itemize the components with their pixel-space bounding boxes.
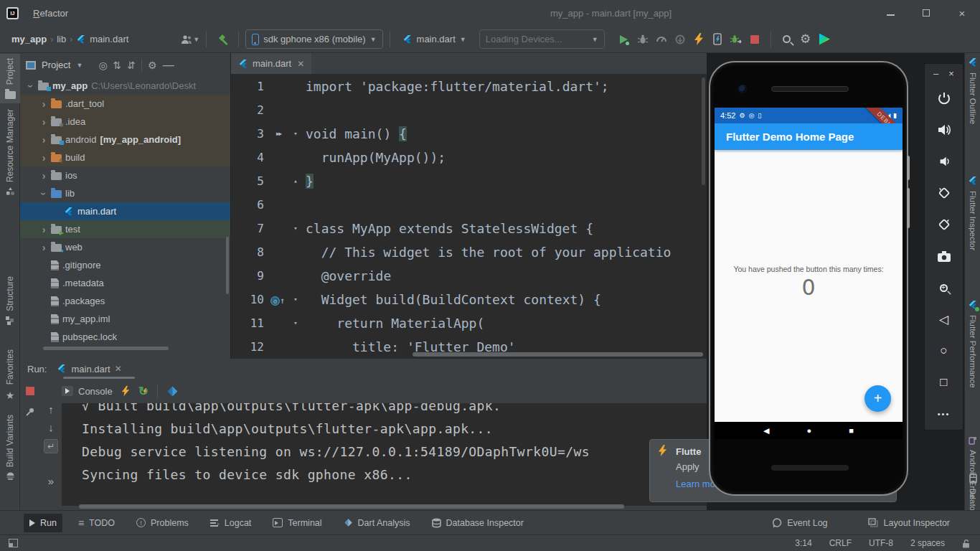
tree-item-.packages[interactable]: .packages: [20, 292, 230, 310]
project-panel-title[interactable]: Project: [42, 60, 70, 70]
run-tab-main-dart[interactable]: main.dart ✕: [54, 359, 124, 379]
tool-strip-resource-manager[interactable]: Resource Manager: [0, 109, 20, 197]
console-tab[interactable]: Console: [62, 386, 113, 397]
nav-overview-button[interactable]: ■: [849, 426, 854, 435]
fold-marker-icon[interactable]: ▾: [290, 122, 301, 146]
tree-item-main.dart[interactable]: main.dart: [20, 202, 230, 220]
tool-tab-event-log[interactable]: Event Log: [766, 514, 833, 532]
scroll-up-button[interactable]: ↑: [48, 403, 54, 415]
fold-marker-icon[interactable]: ▴: [290, 169, 301, 193]
emu-camera-button[interactable]: [937, 240, 951, 272]
tree-item-my_app.iml[interactable]: my_app.iml: [20, 310, 230, 328]
tool-strip-structure[interactable]: Structure: [0, 276, 20, 325]
emu-rotate-right-button[interactable]: [937, 209, 951, 240]
soft-wrap-button[interactable]: ↵: [44, 439, 58, 453]
emu-more-button[interactable]: •••: [937, 398, 951, 430]
menu-refactor[interactable]: Refactor: [26, 0, 77, 26]
emu-overview-button[interactable]: □: [937, 367, 951, 398]
expand-all-button[interactable]: ⇅: [113, 60, 122, 71]
code-area[interactable]: 1import 'package:flutter/material.dart';…: [231, 75, 707, 359]
tool-strip-project[interactable]: Project: [0, 54, 20, 103]
tree-item-build[interactable]: ›⚙build: [20, 149, 230, 166]
breadcrumb-project[interactable]: my_app: [11, 34, 47, 44]
fold-marker-icon[interactable]: ▾: [290, 217, 301, 240]
override-marker-icon[interactable]: o↑: [268, 288, 287, 313]
expand-gutter-button[interactable]: »: [48, 475, 54, 487]
apply-changes-button[interactable]: [708, 30, 727, 49]
device-selector[interactable]: sdk gphone x86 (mobile) ▼: [245, 29, 382, 49]
close-window-button[interactable]: ×: [944, 0, 980, 26]
tool-tab-database-inspector[interactable]: Database Inspector: [426, 514, 529, 532]
device-screen[interactable]: 4:52 ⚙ ◎ ▯ ▼ ◢ ▮ DEBUG Flutter Demo Home…: [715, 108, 903, 439]
hot-restart-icon[interactable]: ↻: [138, 384, 149, 399]
close-tab-icon[interactable]: ✕: [115, 364, 122, 374]
fold-marker-icon[interactable]: ▾: [290, 311, 301, 335]
tool-tab-run[interactable]: Run: [24, 514, 62, 532]
console-output[interactable]: √ Built build\app\outputs\flutter-apk\ap…: [62, 403, 707, 506]
minimize-window-button[interactable]: [872, 0, 908, 26]
editor-tab-main-dart[interactable]: main.dart ✕: [231, 53, 311, 74]
locate-file-button[interactable]: ◎: [98, 60, 107, 71]
tree-item-lib[interactable]: ›lib: [20, 184, 230, 202]
tree-item-my_app[interactable]: ›my_app C:\Users\Leonardo\Deskt: [20, 77, 230, 95]
build-project-button[interactable]: [213, 30, 232, 49]
emu-rotate-left-button[interactable]: [937, 177, 951, 209]
tree-item-.idea[interactable]: ›✱.idea: [20, 113, 230, 131]
tool-window-toggle-icon[interactable]: [9, 539, 18, 547]
tool-strip-build-variants[interactable]: Build Variants: [0, 415, 20, 480]
stop-process-button[interactable]: [26, 387, 34, 395]
settings-button[interactable]: ⚙: [796, 30, 815, 49]
tool-strip-flutter-inspector[interactable]: Flutter Inspector: [965, 176, 980, 250]
hide-panel-button[interactable]: —: [163, 59, 174, 72]
tree-item-test[interactable]: ›▶test: [20, 220, 230, 238]
tool-strip-favorites[interactable]: Favorites★: [0, 349, 20, 401]
hot-reload-button[interactable]: [689, 30, 708, 49]
nav-home-button[interactable]: ●: [807, 426, 812, 435]
pin-icon[interactable]: [25, 407, 35, 417]
indent-setting[interactable]: 2 spaces: [910, 538, 945, 548]
profile-button[interactable]: [652, 30, 671, 49]
dart-devtools-icon[interactable]: [166, 385, 179, 397]
emu-home-button[interactable]: ○: [937, 335, 951, 367]
chevron-icon[interactable]: ›: [40, 98, 47, 110]
flutter-device-selector[interactable]: Loading Devices... ▼: [479, 29, 605, 49]
vcs-users-button[interactable]: ▼: [180, 30, 199, 49]
run-anything-button[interactable]: [815, 30, 834, 49]
line-ending[interactable]: CRLF: [829, 538, 852, 548]
chevron-down-icon[interactable]: ▼: [76, 62, 83, 69]
run-button[interactable]: [615, 30, 633, 49]
tree-item-web[interactable]: ›●web: [20, 238, 230, 256]
chevron-icon[interactable]: ›: [40, 224, 47, 235]
tool-tab-dart-analysis[interactable]: Dart Analysis: [338, 514, 416, 532]
tool-strip-flutter-performance[interactable]: Flutter Performance: [965, 300, 980, 388]
emu-back-button[interactable]: ◁: [937, 303, 951, 335]
vertical-scrollbar[interactable]: [226, 237, 229, 294]
scroll-down-button[interactable]: ↓: [48, 421, 54, 433]
hot-reload-icon[interactable]: [121, 385, 130, 397]
emu-volume-down-button[interactable]: [937, 146, 951, 177]
tool-strip-flutter-outline[interactable]: Flutter Outline: [965, 57, 980, 124]
tool-tab-todo[interactable]: ≡TODO: [72, 514, 121, 532]
tool-strip-de[interactable]: De: [965, 474, 980, 499]
flutter-attach-button[interactable]: [727, 30, 745, 49]
tree-item-.gitignore[interactable]: ⊘.gitignore: [20, 256, 230, 274]
run-config-selector[interactable]: main.dart ▼: [397, 29, 472, 49]
nav-back-button[interactable]: ◀: [763, 426, 769, 435]
maximize-window-button[interactable]: [908, 0, 944, 26]
chevron-icon[interactable]: ›: [40, 170, 47, 182]
breadcrumb-file[interactable]: main.dart: [90, 34, 128, 44]
collapse-all-button[interactable]: ⇵: [127, 60, 136, 71]
chevron-icon[interactable]: ›: [40, 134, 47, 146]
console-horizontal-scrollbar[interactable]: [79, 504, 624, 509]
attach-debugger-button[interactable]: [671, 30, 689, 49]
search-everywhere-button[interactable]: [778, 30, 796, 49]
chevron-icon[interactable]: ›: [38, 190, 50, 197]
close-tab-icon[interactable]: ✕: [297, 59, 304, 69]
tree-item-.metadata[interactable]: .metadata: [20, 274, 230, 292]
run-line-icon[interactable]: ▸▸: [268, 122, 287, 146]
stop-button[interactable]: [745, 30, 764, 49]
chevron-icon[interactable]: ›: [25, 83, 37, 90]
tree-item-pubspec.lock[interactable]: pubspec.lock: [20, 328, 230, 346]
chevron-icon[interactable]: ›: [40, 242, 47, 253]
lock-icon[interactable]: [962, 539, 970, 548]
